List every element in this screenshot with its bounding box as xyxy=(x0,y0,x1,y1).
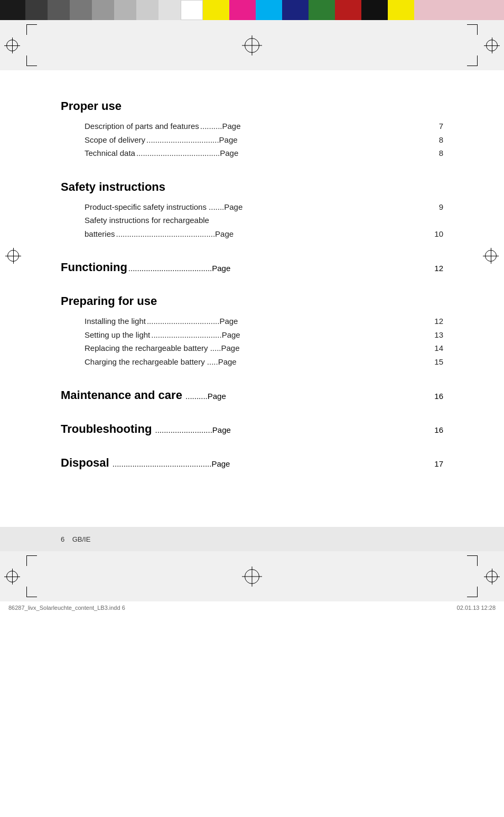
section-safety: Safety instructions Product-specific saf… xyxy=(61,180,443,241)
file-info-filename: 86287_livx_Solarleuchte_content_LB3.indd… xyxy=(8,605,125,611)
section-title-proper-use: Proper use xyxy=(61,99,443,113)
section-disposal: Disposal ...............................… xyxy=(61,456,443,470)
color-block-blue xyxy=(282,0,309,20)
toc-page-setting: 13 xyxy=(428,328,443,342)
toc-dots-technical: ......................................Pa… xyxy=(136,146,427,160)
footer-page-number: 6 GB/IE xyxy=(61,535,90,543)
footer-page-num: 6 xyxy=(61,535,64,543)
toc-text-installing: Installing the light xyxy=(85,314,146,328)
toc-entry-technical: Technical data .........................… xyxy=(85,146,443,160)
toc-page-installing: 12 xyxy=(428,314,443,328)
toc-dots-troubleshooting: ..........................Page xyxy=(153,425,428,434)
toc-page-functioning: 12 xyxy=(428,264,443,273)
toc-entry-product-safety: Product-specific safety instructions ...… xyxy=(85,200,443,214)
section-title-functioning: Functioning xyxy=(61,261,127,274)
toc-safety: Product-specific safety instructions ...… xyxy=(61,200,443,241)
main-wrapper: Proper use Description of parts and feat… xyxy=(0,70,504,551)
section-preparing: Preparing for use Installing the light .… xyxy=(61,294,443,368)
reg-mark-side-right-top xyxy=(486,40,498,51)
toc-entry-installing: Installing the light ...................… xyxy=(85,314,443,328)
toc-text-setting: Setting up the light xyxy=(85,328,150,342)
toc-dots-functioning: ......................................Pa… xyxy=(128,264,428,273)
toc-entry-battery-safety: Safety instructions for rechargeable xyxy=(85,213,443,227)
toc-dots-installing: .................................Page xyxy=(147,314,427,328)
main-content: Proper use Description of parts and feat… xyxy=(0,70,504,511)
toc-text-scope: Scope of delivery xyxy=(85,133,145,147)
toc-text-parts: Description of parts and features xyxy=(85,119,199,133)
toc-dots-disposal: ........................................… xyxy=(110,459,428,468)
section-proper-use: Proper use Description of parts and feat… xyxy=(61,99,443,160)
toc-text-product-safety: Product-specific safety instructions ...… xyxy=(85,200,242,214)
toc-page-product-safety: 9 xyxy=(428,200,443,214)
crop-mark-bottom-br xyxy=(467,587,478,597)
toc-text-replacing: Replacing the rechargeable battery .....… xyxy=(85,341,240,355)
toc-entry-replacing: Replacing the rechargeable battery .....… xyxy=(85,341,443,355)
toc-entry-parts: Description of parts and features ......… xyxy=(85,119,443,133)
color-block xyxy=(136,0,158,20)
footer-area: 6 GB/IE xyxy=(0,527,504,551)
reg-marks-bottom-area xyxy=(0,551,504,601)
crop-mark-top-right xyxy=(467,24,478,35)
toc-entry-setting: Setting up the light ...................… xyxy=(85,328,443,342)
toc-page-technical: 8 xyxy=(428,146,443,160)
section-title-troubleshooting: Troubleshooting xyxy=(61,422,152,436)
section-title-maintenance: Maintenance and care xyxy=(61,388,182,402)
color-block-black xyxy=(361,0,388,20)
toc-entry-charging: Charging the rechargeable battery .....P… xyxy=(85,355,443,369)
color-block xyxy=(0,0,25,20)
color-block xyxy=(25,0,48,20)
crop-mark-bottom-bl xyxy=(26,587,37,597)
toc-entry-scope: Scope of delivery ......................… xyxy=(85,133,443,147)
color-block-green xyxy=(309,0,335,20)
toc-dots-maintenance: ..........Page xyxy=(183,392,428,401)
reg-marks-top-area xyxy=(0,20,504,70)
footer-locale: GB/IE xyxy=(72,535,91,543)
toc-page-charging: 15 xyxy=(428,355,443,369)
crop-mark-bottom-tr xyxy=(467,555,478,566)
section-troubleshooting: Troubleshooting ........................… xyxy=(61,422,443,436)
toc-text-charging: Charging the rechargeable battery .....P… xyxy=(85,355,237,369)
color-block-red xyxy=(335,0,361,20)
toc-text-battery-safety: Safety instructions for rechargeable xyxy=(85,213,209,227)
section-title-disposal: Disposal xyxy=(61,456,109,470)
color-block-yellow xyxy=(203,0,229,20)
toc-dots-parts: ..........Page xyxy=(200,119,427,133)
reg-mark-side-left-top xyxy=(6,40,18,51)
toc-text-technical: Technical data xyxy=(85,146,135,160)
toc-page-scope: 8 xyxy=(428,133,443,147)
reg-mark-bottom-center xyxy=(244,568,260,585)
toc-page-replacing: 14 xyxy=(428,341,443,355)
reg-mark-side-right-bottom xyxy=(486,571,498,582)
color-block-cyan xyxy=(256,0,282,20)
crop-mark-top-left xyxy=(26,24,37,35)
reg-mark-top-center xyxy=(244,37,260,54)
toc-dots-batteries: ........................................… xyxy=(116,227,427,241)
color-block xyxy=(181,0,203,20)
toc-page-disposal: 17 xyxy=(428,459,443,468)
crop-mark-bottom-tl xyxy=(26,555,37,566)
section-title-preparing: Preparing for use xyxy=(61,294,443,308)
section-maintenance: Maintenance and care ..........Page 16 xyxy=(61,388,443,402)
toc-dots-setting: ................................Page xyxy=(151,328,427,342)
color-block xyxy=(70,0,92,20)
file-info-datetime: 02.01.13 12:28 xyxy=(457,605,496,611)
toc-entry-batteries: batteries ..............................… xyxy=(85,227,443,241)
toc-page-parts: 7 xyxy=(428,119,443,133)
color-block-light xyxy=(414,0,504,20)
crop-mark-bottom-left xyxy=(26,55,37,66)
reg-mark-side-left-bottom xyxy=(6,571,18,582)
color-block xyxy=(92,0,114,20)
crop-mark-bottom-right xyxy=(467,55,478,66)
color-block xyxy=(114,0,136,20)
file-info-bar: 86287_livx_Solarleuchte_content_LB3.indd… xyxy=(0,601,504,614)
section-functioning: Functioning ............................… xyxy=(61,261,443,274)
color-block-yellow2 xyxy=(388,0,414,20)
toc-page-batteries: 10 xyxy=(428,227,443,241)
section-title-safety: Safety instructions xyxy=(61,180,443,194)
color-block-magenta xyxy=(229,0,256,20)
toc-dots-scope: .................................Page xyxy=(146,133,427,147)
color-block xyxy=(48,0,70,20)
toc-text-batteries: batteries xyxy=(85,227,115,241)
toc-preparing: Installing the light ...................… xyxy=(61,314,443,368)
color-bar xyxy=(0,0,504,20)
